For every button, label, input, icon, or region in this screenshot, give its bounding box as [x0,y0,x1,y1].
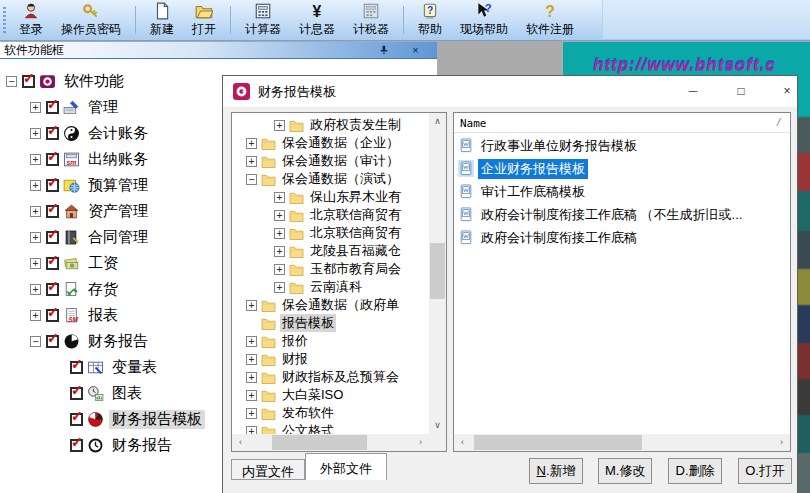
scroll-left-icon[interactable]: ‹ [454,434,471,451]
horizontal-scrollbar[interactable]: ‹ › [232,434,429,451]
collapse-icon[interactable]: − [6,76,17,87]
folder-tree-item-label[interactable]: 发布软件 [280,404,336,422]
pin-icon[interactable] [376,43,391,58]
folder-tree-item-label[interactable]: 云南滇科 [308,278,364,296]
folder-tree-item-label[interactable]: 北京联信商贸有 [308,206,403,224]
horizontal-scrollbar[interactable]: ‹ › [454,434,790,451]
close-icon[interactable]: × [770,76,804,106]
expand-icon[interactable]: + [30,154,41,165]
folder-tree-item[interactable]: +报告模板 [232,314,429,332]
expand-icon[interactable]: + [246,156,257,167]
folder-tree-item-label[interactable]: 保山东昇木业有 [308,188,403,206]
expand-icon[interactable]: + [246,354,257,365]
scrollbar-thumb[interactable] [272,435,367,450]
folder-tree-item[interactable]: +报价 [232,332,429,350]
folder-tree-item[interactable]: +玉都市教育局会 [232,260,429,278]
toolbar-button-user[interactable]: 登录 [10,0,52,40]
checkbox[interactable]: ✓ [70,439,83,452]
toolbar-button-new-doc[interactable]: 新建 [141,0,183,40]
sidebar-tree-item-label[interactable]: 软件功能 [61,72,127,91]
folder-tree-item-label[interactable]: 保会通数据（政府单 [280,296,401,314]
maximize-icon[interactable]: □ [724,76,758,106]
scrollbar-thumb[interactable] [430,243,445,299]
expand-icon[interactable]: + [274,120,285,131]
toolbar-button-register[interactable]: ?软件注册 [517,0,583,40]
folder-tree-item-label[interactable]: 保会通数据（企业） [280,134,401,152]
expand-icon[interactable]: + [30,102,41,113]
expand-icon[interactable]: + [30,284,41,295]
expand-icon[interactable]: + [30,206,41,217]
folder-tree-item-label[interactable]: 公文格式 [280,422,336,434]
folder-tree-item-label[interactable]: 大白菜ISO [280,386,345,404]
sidebar-tree-item-label[interactable]: 管理 [85,98,121,117]
sidebar-tree-item-label[interactable]: 财务报告 [85,332,151,351]
sidebar-tree-item-label[interactable]: 合同管理 [85,228,151,247]
expand-icon[interactable]: + [274,228,285,239]
tab-external-files[interactable]: 外部文件 [305,453,387,480]
folder-tree-item[interactable]: +保会通数据（审计） [232,152,429,170]
folder-tree-item[interactable]: +财政指标及总预算会 [232,368,429,386]
folder-tree-item-label[interactable]: 报价 [280,332,310,350]
expand-icon[interactable]: + [274,246,285,257]
toolbar-button-calculator[interactable]: 计算器 [236,0,290,40]
expand-icon[interactable]: + [274,192,285,203]
checkbox[interactable]: ✓ [46,283,59,296]
sidebar-tree-item-label[interactable]: 变量表 [109,358,160,377]
checkbox[interactable]: ✓ [46,335,59,348]
expand-icon[interactable]: + [274,210,285,221]
expand-icon[interactable]: + [246,372,257,383]
folder-tree-item[interactable]: +大白菜ISO [232,386,429,404]
template-list-item[interactable]: 企业财务报告模板 [454,157,790,180]
folder-tree-item-label[interactable]: 财报 [280,350,310,368]
sidebar-tree-item-label[interactable]: 存货 [85,280,121,299]
checkbox[interactable]: ✓ [70,387,83,400]
toolbar-button-tax[interactable]: 计税器 [344,0,398,40]
expand-icon[interactable]: + [30,128,41,139]
toolbar-button-help[interactable]: ?帮助 [409,0,451,40]
sidebar-tree-item-label[interactable]: 会计账务 [85,124,151,143]
collapse-icon[interactable]: − [30,336,41,347]
checkbox[interactable]: ✓ [46,309,59,322]
template-list-item-label[interactable]: 政府会计制度衔接工作底稿 （不生成折旧或... [478,205,745,225]
sidebar-tree-item-label[interactable]: 财务报告 [109,436,175,455]
folder-tree-item[interactable]: +云南滇科 [232,278,429,296]
sidebar-tree-item-label[interactable]: 报表 [85,306,121,325]
checkbox[interactable]: ✓ [46,205,59,218]
modify-button[interactable]: M.修改 [598,458,652,484]
checkbox[interactable]: ✓ [46,153,59,166]
expand-icon[interactable]: + [246,138,257,149]
folder-tree-item[interactable]: +公文格式 [232,422,429,434]
scroll-left-icon[interactable]: ‹ [232,434,249,451]
delete-button[interactable]: D.删除 [668,458,722,484]
folder-tree-item[interactable]: −保会通数据（演试） [232,170,429,188]
folder-tree-item[interactable]: +北京联信商贸有 [232,224,429,242]
close-icon[interactable]: × [408,43,423,58]
folder-tree-item-label[interactable]: 财政指标及总预算会 [280,368,401,386]
template-list-item-label[interactable]: 行政事业单位财务报告模板 [478,136,640,156]
scrollbar-thumb[interactable] [474,435,642,450]
template-list-item-label[interactable]: 政府会计制度衔接工作底稿 [478,228,640,248]
folder-tree-item-label[interactable]: 保会通数据（演试） [280,170,401,188]
checkbox[interactable]: ✓ [70,361,83,374]
folder-tree-item-label[interactable]: 报告模板 [280,314,336,332]
folder-tree-item[interactable]: +北京联信商贸有 [232,206,429,224]
scroll-right-icon[interactable]: › [773,434,790,451]
folder-tree-item[interactable]: +龙陵县百福藏仓 [232,242,429,260]
toolbar-grip-handle[interactable] [3,7,6,33]
scroll-up-icon[interactable]: ∧ [429,113,446,130]
sidebar-tree-item-label[interactable]: 资产管理 [85,202,151,221]
template-list-item[interactable]: 政府会计制度衔接工作底稿 [454,226,790,249]
sidebar-tree-item-label[interactable]: 工资 [85,254,121,273]
dialog-titlebar[interactable]: 财务报告模板 ─ □ × [223,76,797,107]
checkbox[interactable]: ✓ [46,179,59,192]
template-list-item[interactable]: 审计工作底稿模板 [454,180,790,203]
folder-tree-item[interactable]: +财报 [232,350,429,368]
list-column-header[interactable]: Name / [454,113,790,133]
sidebar-tree-item-label[interactable]: 预算管理 [85,176,151,195]
checkbox[interactable]: ✓ [46,127,59,140]
scroll-right-icon[interactable]: › [412,434,429,451]
checkbox[interactable]: ✓ [22,75,35,88]
folder-tree-item[interactable]: +保会通数据（企业） [232,134,429,152]
expand-icon[interactable]: + [246,426,257,435]
expand-icon[interactable]: + [274,282,285,293]
